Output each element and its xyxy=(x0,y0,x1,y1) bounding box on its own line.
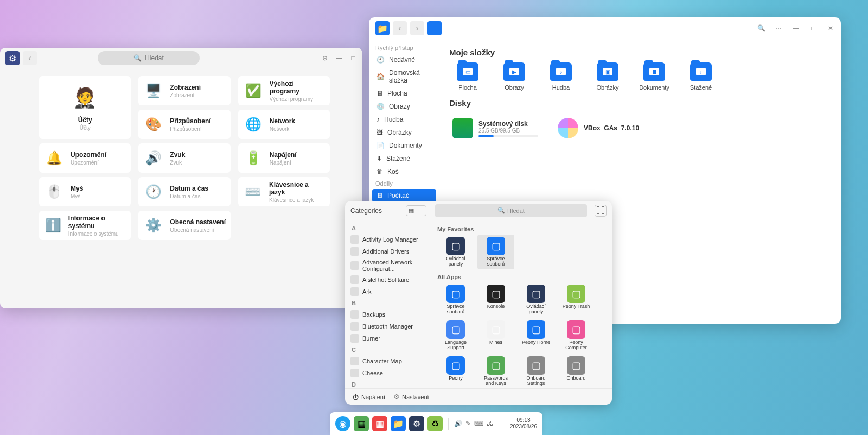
app-item[interactable]: ▢Passwords and Keys xyxy=(477,354,514,388)
app-item[interactable]: ▢Peony Home xyxy=(518,318,554,353)
menu-sidebar-item[interactable]: Cheese xyxy=(347,367,430,379)
app-item[interactable]: ▢Onboard Settings xyxy=(518,354,554,388)
folder-item[interactable]: ▣Obrázky xyxy=(589,62,626,91)
keyboard-icon: ⌨️ xyxy=(242,181,264,203)
folder-icon: ≣ xyxy=(643,62,665,81)
back-button[interactable]: ‹ xyxy=(23,51,37,65)
sidebar-recent[interactable]: 🕘Nedávné xyxy=(372,53,436,66)
menu-sidebar-item[interactable]: Advanced Network Configurat... xyxy=(347,257,430,274)
search-icon: 🔍 xyxy=(497,207,505,214)
minimize-button[interactable]: — xyxy=(335,54,343,62)
tray-edit-icon[interactable]: ✎ xyxy=(465,420,471,427)
card-display[interactable]: 🖥️ZobrazeníZobrazení xyxy=(138,76,230,105)
sidebar-trash[interactable]: 🗑Koš xyxy=(372,165,436,178)
view-switch[interactable]: ▦ ≣ xyxy=(406,205,426,216)
tray-keyboard-icon[interactable]: ⌨ xyxy=(474,420,483,427)
taskbar-files[interactable]: 📁 xyxy=(391,416,406,431)
app-item[interactable]: ▢Mines xyxy=(477,318,514,353)
tray-network-icon[interactable]: 🖧 xyxy=(487,420,493,427)
app-item[interactable]: ▢Správce souborů xyxy=(437,282,474,317)
back-button[interactable]: ‹ xyxy=(393,21,407,35)
grid-view-icon[interactable]: ▦ xyxy=(406,206,416,216)
sidebar-pictures[interactable]: 🖼Obrázky xyxy=(372,126,436,139)
card-network[interactable]: 🌐NetworkNetwork xyxy=(238,110,330,139)
taskbar-settings[interactable]: ⚙ xyxy=(409,416,424,431)
menu-icon[interactable]: ⊖ xyxy=(321,54,329,62)
card-about[interactable]: ℹ️Informace o systémuInformace o systému xyxy=(39,211,131,240)
app-label: Správce souborů xyxy=(480,256,512,267)
options-icon[interactable]: ⋯ xyxy=(775,24,782,32)
launcher-button[interactable]: ◉ xyxy=(335,416,350,431)
app-item[interactable]: ▢Peony xyxy=(437,354,474,388)
sidebar-downloads[interactable]: ⬇Stažené xyxy=(372,152,436,165)
gear-icon: ⚙ xyxy=(394,393,399,400)
app-icon: ⚙ xyxy=(5,51,20,65)
card-sound[interactable]: 🔊ZvukZvuk xyxy=(138,143,230,173)
app-item[interactable]: ▢Peony Computer xyxy=(558,318,595,353)
card-default-apps[interactable]: ✅Výchozí programyVýchozí programy xyxy=(238,76,330,105)
card-accounts[interactable]: 🤵 ÚčtyÚčty xyxy=(39,76,131,139)
taskbar-clock[interactable]: 09:13 2023/08/26 xyxy=(510,417,537,430)
card-mouse[interactable]: 🖱️MyšMyš xyxy=(39,177,131,206)
menu-sidebar-item[interactable]: Backups xyxy=(347,308,430,320)
menu-sidebar-item[interactable]: Burner xyxy=(347,332,430,344)
sidebar-computer[interactable]: 🖥Počítač xyxy=(372,189,436,202)
sidebar-desktop[interactable]: 🖥Plocha xyxy=(372,87,436,100)
forward-button[interactable]: › xyxy=(410,21,424,35)
sidebar-images[interactable]: 💿Obrazy xyxy=(372,100,436,113)
card-general[interactable]: ⚙️Obecná nastaveníObecná nastavení xyxy=(138,211,230,240)
trash-icon: 🗑 xyxy=(376,168,383,175)
folder-item[interactable]: ≣Dokumenty xyxy=(636,62,673,91)
folder-item[interactable]: ▭Plocha xyxy=(449,62,486,91)
app-icon: ▢ xyxy=(567,320,585,339)
card-datetime[interactable]: 🕐Datum a časDatum a čas xyxy=(138,177,230,206)
minimize-button[interactable]: — xyxy=(792,24,800,32)
settings-search[interactable]: 🔍 Hledat xyxy=(98,51,200,65)
menu-sidebar-item[interactable]: Activity Log Manager xyxy=(347,234,430,245)
sidebar-documents[interactable]: 📄Dokumenty xyxy=(372,139,436,152)
app-item[interactable]: ▢Správce souborů xyxy=(477,235,514,269)
menu-sidebar-item[interactable]: Ark xyxy=(347,286,430,298)
letter-header: B xyxy=(347,298,430,308)
sidebar-home[interactable]: 🏠Domovská složka xyxy=(372,66,436,87)
menu-sidebar-item[interactable]: Additional Drivers xyxy=(347,245,430,257)
menu-sidebar-item[interactable]: AisleRiot Solitaire xyxy=(347,274,430,286)
app-label: Konsole xyxy=(487,304,505,315)
app-item[interactable]: ▢Konsole xyxy=(477,282,514,317)
card-personalization[interactable]: 🎨PřizpůsobeníPřizpůsobení xyxy=(138,110,230,139)
menu-footer: ⏻Napájení ⚙Nastavení xyxy=(345,388,612,405)
search-icon[interactable]: 🔍 xyxy=(757,24,765,32)
folder-item[interactable]: ♪Hudba xyxy=(542,62,579,91)
settings-button[interactable]: ⚙Nastavení xyxy=(394,393,429,400)
folder-icon: ▶ xyxy=(503,62,525,81)
disk-system[interactable]: Systémový disk 25.5 GB/99.5 GB xyxy=(449,113,547,143)
disk-vbox[interactable]: VBox_GAs_7.0.10 xyxy=(554,113,652,143)
app-item[interactable]: ▢Language Support xyxy=(437,318,474,353)
close-button[interactable]: ✕ xyxy=(827,24,834,32)
menu-sidebar-item[interactable]: Character Map xyxy=(347,355,430,367)
taskbar-app-2[interactable]: ▦ xyxy=(372,416,387,431)
taskbar-app-1[interactable]: ▦ xyxy=(354,416,369,431)
power-button[interactable]: ⏻Napájení xyxy=(353,394,385,400)
card-power[interactable]: 🔋NapájeníNapájení xyxy=(238,143,330,173)
card-notifications[interactable]: 🔔UpozorněníUpozornění xyxy=(39,143,131,173)
maximize-button[interactable]: □ xyxy=(349,54,357,62)
folder-item[interactable]: ↓Stažené xyxy=(682,62,719,91)
app-item[interactable]: ▢Ovládací panely xyxy=(437,235,474,269)
app-item[interactable]: ▢Ovládací panely xyxy=(518,282,554,317)
list-view-icon[interactable]: ≣ xyxy=(416,206,426,216)
card-keyboard[interactable]: ⌨️Klávesnice a jazykKlávesnice a jazyk xyxy=(238,177,330,206)
app-label: Peony Home xyxy=(522,340,550,351)
app-item[interactable]: ▢Onboard xyxy=(558,354,595,388)
menu-sidebar-item[interactable]: Bluetooth Manager xyxy=(347,320,430,332)
folder-label: Obrázky xyxy=(597,84,619,91)
folder-item[interactable]: ▶Obrazy xyxy=(496,62,533,91)
tray-volume-icon[interactable]: 🔊 xyxy=(454,420,462,427)
location-chip[interactable] xyxy=(427,21,442,35)
expand-button[interactable]: ⛶ xyxy=(595,205,607,217)
maximize-button[interactable]: □ xyxy=(809,24,817,32)
taskbar-app-3[interactable]: ♻ xyxy=(427,416,443,431)
menu-search[interactable]: 🔍 Hledat xyxy=(435,204,587,217)
sidebar-music[interactable]: ♪Hudba xyxy=(372,113,436,126)
app-item[interactable]: ▢Peony Trash xyxy=(558,282,595,317)
